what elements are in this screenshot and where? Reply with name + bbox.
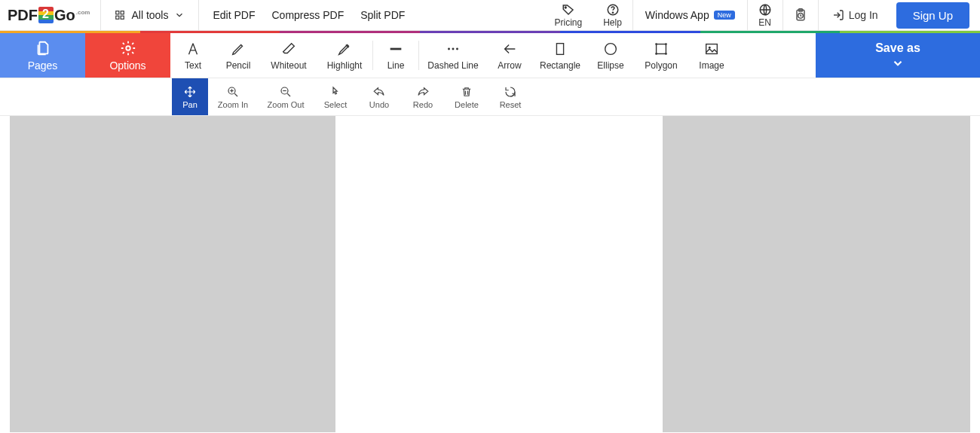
- tool-line-label: Line: [387, 60, 405, 71]
- svg-rect-24: [706, 44, 718, 53]
- all-tools-label: All tools: [131, 9, 168, 21]
- sub-redo[interactable]: Redo: [401, 78, 445, 115]
- sub-delete-label: Delete: [455, 100, 479, 109]
- sub-undo[interactable]: Undo: [357, 78, 401, 115]
- help-icon: [606, 3, 620, 17]
- tool-dashed-label: Dashed Line: [427, 60, 478, 71]
- tag-icon: [562, 3, 575, 17]
- tool-arrow[interactable]: Arrow: [487, 33, 532, 78]
- sub-pan[interactable]: Pan: [172, 78, 208, 115]
- tool-pencil-label: Pencil: [226, 60, 251, 71]
- tool-text-label: Text: [185, 60, 201, 71]
- sub-delete[interactable]: Delete: [445, 78, 488, 115]
- tool-ellipse-label: Ellipse: [597, 60, 623, 71]
- eraser-icon: [280, 41, 297, 57]
- canvas-background: [10, 116, 335, 432]
- zoom-in-icon: [226, 85, 240, 99]
- pages-panel-button[interactable]: Pages: [0, 33, 85, 78]
- grid-icon: [115, 10, 125, 20]
- tool-dashed-line[interactable]: Dashed Line: [419, 33, 487, 78]
- svg-point-4: [565, 7, 566, 8]
- svg-point-22: [655, 53, 657, 55]
- reset-icon: [504, 85, 517, 99]
- tool-ellipse[interactable]: Ellipse: [588, 33, 633, 78]
- gear-icon: [120, 40, 136, 56]
- language-button[interactable]: EN: [748, 0, 782, 30]
- logo[interactable]: PDF 2 Go .com: [0, 0, 100, 30]
- tool-text[interactable]: Text: [170, 33, 216, 78]
- canvas-background: [663, 116, 970, 432]
- link-edit-pdf[interactable]: Edit PDF: [213, 9, 255, 21]
- svg-rect-0: [116, 11, 119, 14]
- canvas-gutter: [0, 116, 10, 432]
- tool-line[interactable]: Line: [373, 33, 418, 78]
- line-icon: [387, 41, 404, 57]
- help-label: Help: [603, 17, 622, 28]
- sub-zoom-in[interactable]: Zoom In: [208, 78, 258, 115]
- svg-rect-1: [121, 11, 124, 14]
- sub-redo-label: Redo: [413, 100, 433, 109]
- tool-image[interactable]: Image: [689, 33, 734, 78]
- svg-line-27: [234, 93, 237, 96]
- tool-rectangle[interactable]: Rectangle: [532, 33, 588, 78]
- svg-rect-3: [121, 16, 124, 19]
- logo-suffix: .com: [76, 9, 90, 16]
- login-label: Log In: [849, 9, 878, 21]
- logo-text-left: PDF: [8, 7, 38, 24]
- document-page[interactable]: [335, 116, 663, 432]
- logo-text-right: Go: [54, 7, 75, 24]
- pages-label: Pages: [28, 59, 58, 72]
- sub-zoom-out[interactable]: Zoom Out: [258, 78, 314, 115]
- options-panel-button[interactable]: Options: [85, 33, 170, 78]
- login-icon: [832, 9, 844, 21]
- top-header: PDF 2 Go .com All tools Edit PDF Compres…: [0, 0, 980, 31]
- login-button[interactable]: Log In: [819, 9, 892, 21]
- dashed-line-icon: [445, 41, 461, 57]
- sub-reset-label: Reset: [500, 100, 522, 109]
- svg-rect-17: [556, 43, 563, 54]
- pricing-link[interactable]: Pricing: [544, 0, 593, 30]
- view-toolbar: Pan Zoom In Zoom Out Select Undo Redo De…: [0, 78, 980, 116]
- svg-point-23: [665, 53, 667, 55]
- windows-app-label: Windows App: [645, 9, 709, 21]
- tool-highlight-label: Highlight: [327, 60, 363, 71]
- svg-point-15: [452, 47, 455, 50]
- help-link[interactable]: Help: [593, 0, 632, 30]
- save-as-button[interactable]: Save as: [816, 33, 980, 78]
- svg-point-21: [665, 43, 667, 45]
- sub-select-label: Select: [324, 100, 348, 109]
- editor-toolbar: Pages Options Text Pencil Whiteout Highl…: [0, 33, 980, 78]
- sub-reset[interactable]: Reset: [488, 78, 532, 115]
- trash-icon: [460, 85, 473, 99]
- quick-links: Edit PDF Compress PDF Split PDF: [199, 9, 418, 21]
- zoom-out-icon: [279, 85, 292, 99]
- all-tools-menu[interactable]: All tools: [101, 0, 198, 30]
- polygon-icon: [653, 41, 669, 57]
- tool-polygon[interactable]: Polygon: [633, 33, 689, 78]
- windows-app-link[interactable]: Windows App New: [633, 9, 747, 21]
- svg-point-6: [612, 12, 613, 13]
- svg-point-18: [605, 43, 617, 54]
- sub-undo-label: Undo: [369, 100, 389, 109]
- sub-zoomout-label: Zoom Out: [268, 100, 305, 109]
- tool-highlight[interactable]: Highlight: [317, 33, 372, 78]
- clipboard-clock-icon: [793, 8, 808, 23]
- link-compress-pdf[interactable]: Compress PDF: [272, 9, 345, 21]
- chevron-down-icon: [174, 10, 185, 20]
- tool-image-label: Image: [699, 60, 724, 71]
- tool-whiteout[interactable]: Whiteout: [261, 33, 317, 78]
- link-split-pdf[interactable]: Split PDF: [360, 9, 405, 21]
- tool-rectangle-label: Rectangle: [540, 60, 580, 71]
- save-as-label: Save as: [875, 41, 920, 55]
- svg-line-31: [287, 93, 290, 96]
- sub-pan-label: Pan: [182, 100, 198, 109]
- sub-select[interactable]: Select: [314, 78, 357, 115]
- pricing-label: Pricing: [554, 17, 582, 28]
- signup-button[interactable]: Sign Up: [896, 2, 969, 29]
- clipboard-history-button[interactable]: [783, 0, 818, 30]
- options-label: Options: [109, 59, 145, 72]
- logo-2-icon: 2: [38, 7, 54, 23]
- editor-canvas[interactable]: [0, 116, 980, 432]
- tool-pencil[interactable]: Pencil: [216, 33, 261, 78]
- globe-icon: [758, 3, 772, 17]
